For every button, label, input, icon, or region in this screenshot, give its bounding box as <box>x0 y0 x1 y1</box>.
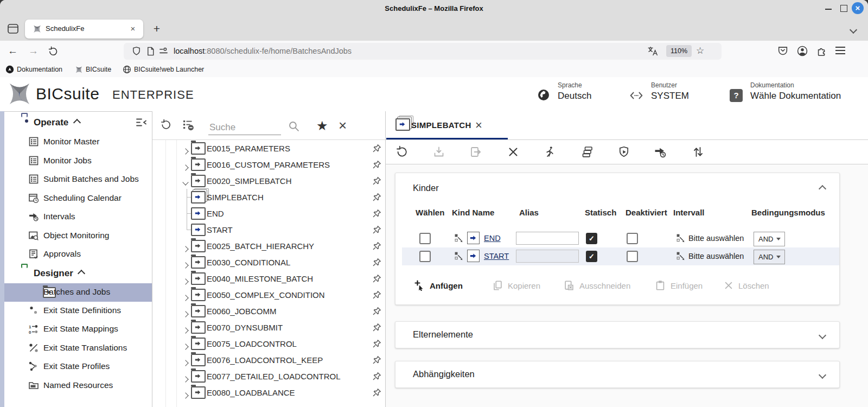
child-name-link[interactable]: START <box>484 252 509 260</box>
sidebar-item-scheduling-calendar[interactable]: Scheduling Calendar <box>4 189 152 208</box>
tree-row[interactable]: E0060_JOBCOMM <box>152 303 385 319</box>
child-name-link[interactable]: END <box>484 234 501 243</box>
bookmark-web-launcher[interactable]: BICsuite!web Launcher <box>123 65 204 74</box>
zoom-level-badge[interactable]: 110% <box>666 45 692 57</box>
pin-icon[interactable] <box>373 355 381 364</box>
detail-tab-title[interactable]: SIMPLEBATCH <box>411 120 471 130</box>
pin-icon[interactable] <box>373 160 381 169</box>
deaktiviert-checkbox[interactable] <box>627 233 638 244</box>
chevron-right-icon[interactable] <box>183 358 188 367</box>
pin-icon[interactable] <box>373 144 381 152</box>
tree-row[interactable]: E0070_DYNSUBMIT <box>152 319 385 335</box>
abhaengigkeiten-section[interactable]: Abhängigkeiten <box>395 361 840 388</box>
deaktiviert-checkbox[interactable] <box>627 251 638 262</box>
url-text[interactable]: localhost:8080/schedulix-fe/home/Batches… <box>174 47 352 55</box>
intervall-placeholder[interactable]: Bitte auswählen <box>688 252 744 260</box>
translate-icon[interactable] <box>647 46 659 57</box>
pin-icon[interactable] <box>373 388 381 397</box>
sidebar-item-monitor-master[interactable]: Monitor Master <box>4 133 152 151</box>
elternelemente-section[interactable]: Elternelemente <box>395 321 840 348</box>
sidebar-item-intervals[interactable]: Intervals <box>4 208 152 226</box>
browser-tab[interactable]: SchedulixFe × <box>25 20 143 39</box>
sidebar-section-designer[interactable]: Designer <box>4 264 152 283</box>
ausschneiden-button[interactable]: Ausschneiden <box>563 277 630 294</box>
close-button[interactable]: × <box>852 2 864 14</box>
save-icon[interactable] <box>432 145 445 158</box>
clear-search-icon[interactable]: × <box>339 117 347 134</box>
bookmark-dokumentation[interactable]: Dokumentation <box>5 65 62 74</box>
url-bar[interactable]: localhost:8080/schedulix-fe/home/Batches… <box>124 43 722 60</box>
choose-icon[interactable] <box>454 251 463 260</box>
alias-input[interactable] <box>516 250 579 263</box>
sidebar-item-exit-state-mappings[interactable]: Exit State Mappings <box>4 320 152 339</box>
chevron-right-icon[interactable] <box>183 341 188 351</box>
interval-icon[interactable] <box>654 145 667 158</box>
reload-icon[interactable] <box>48 46 59 57</box>
documentation-selector[interactable]: ? Dokumentation Wähle Dokumentation <box>730 81 841 101</box>
extensions-icon[interactable] <box>816 45 828 57</box>
sidebar-scrollbar-thumb[interactable] <box>0 111 4 407</box>
search-input[interactable] <box>208 120 281 135</box>
account-icon[interactable] <box>796 45 808 57</box>
kopieren-button[interactable]: Kopieren <box>492 277 540 294</box>
forward-icon[interactable]: → <box>28 45 39 57</box>
bedingungsmodus-select[interactable]: AND <box>754 250 785 264</box>
submit-run-icon[interactable] <box>544 145 557 158</box>
maximize-button[interactable] <box>840 5 847 12</box>
chevron-down-icon[interactable] <box>183 177 188 187</box>
sidebar-item-submit-batches[interactable]: Submit Batches and Jobs <box>4 170 152 189</box>
pin-icon[interactable] <box>373 323 381 332</box>
tree-row[interactable]: E0080_LOADBALANCE <box>152 384 385 400</box>
choose-icon[interactable] <box>676 251 685 260</box>
intervall-placeholder[interactable]: Bitte auswählen <box>688 234 744 243</box>
firefox-view-icon[interactable] <box>7 22 20 35</box>
collapse-sidebar-icon[interactable] <box>135 116 148 129</box>
select-checkbox[interactable] <box>419 251 431 262</box>
batch-list-icon[interactable] <box>581 145 594 158</box>
tracking-shield-icon[interactable] <box>131 46 142 56</box>
anfuegen-button[interactable]: Anfügen <box>414 277 463 294</box>
user-selector[interactable]: Benutzer SYSTEM <box>629 81 689 101</box>
sidebar-item-object-monitoring[interactable]: Object Monitoring <box>4 227 152 245</box>
menu-icon[interactable] <box>835 47 845 54</box>
shield-play-icon[interactable] <box>617 145 630 158</box>
chevron-right-icon[interactable] <box>183 162 188 172</box>
tree-row[interactable]: E0016_CUSTOM_PARAMETERS <box>152 156 385 173</box>
pocket-icon[interactable] <box>777 45 789 57</box>
statisch-checkbox[interactable]: ✓ <box>586 233 597 244</box>
sidebar-item-approvals[interactable]: Approvals <box>4 245 152 264</box>
favorites-star-icon[interactable]: ★ <box>316 118 328 133</box>
alias-input[interactable] <box>516 232 579 245</box>
pin-icon[interactable] <box>373 176 381 185</box>
tree-row[interactable]: E0050_COMPLEX_CONDITION <box>152 287 385 303</box>
pin-icon[interactable] <box>373 274 381 283</box>
pin-icon[interactable] <box>373 193 381 201</box>
sort-icon[interactable] <box>692 145 705 158</box>
chevron-right-icon[interactable] <box>183 374 188 384</box>
einfuegen-button[interactable]: Einfügen <box>654 277 703 294</box>
chevron-right-icon[interactable] <box>183 146 188 156</box>
chevron-right-icon[interactable] <box>183 309 188 319</box>
pin-icon[interactable] <box>373 225 381 234</box>
chevron-right-icon[interactable] <box>183 292 188 302</box>
tree-row[interactable]: E0015_PARAMETERS <box>152 140 385 156</box>
select-checkbox[interactable] <box>419 233 431 244</box>
choose-icon[interactable] <box>676 233 685 243</box>
choose-icon[interactable] <box>454 233 463 243</box>
tree-row[interactable]: E0030_CONDITIONAL <box>152 254 385 270</box>
collapse-tree-icon[interactable] <box>182 118 195 131</box>
sidebar-section-operate[interactable]: Operate <box>4 113 152 132</box>
pin-icon[interactable] <box>373 258 381 266</box>
tree-row[interactable]: SIMPLEBATCH <box>152 189 385 205</box>
chevron-right-icon[interactable] <box>183 260 188 270</box>
refresh-icon[interactable] <box>160 119 172 131</box>
tree-row[interactable]: START <box>152 221 385 238</box>
chevron-right-icon[interactable] <box>183 325 188 335</box>
tree-row[interactable]: E0025_BATCH_HIERARCHY <box>152 238 385 254</box>
pin-icon[interactable] <box>373 241 381 250</box>
permissions-icon[interactable] <box>158 46 169 56</box>
tree-row[interactable]: E0040_MILESTONE_BATCH <box>152 270 385 287</box>
sidebar-item-monitor-jobs[interactable]: Monitor Jobs <box>4 152 152 170</box>
sidebar-item-named-resources[interactable]: Named Resources <box>4 377 152 395</box>
page-security-icon[interactable] <box>145 46 156 56</box>
